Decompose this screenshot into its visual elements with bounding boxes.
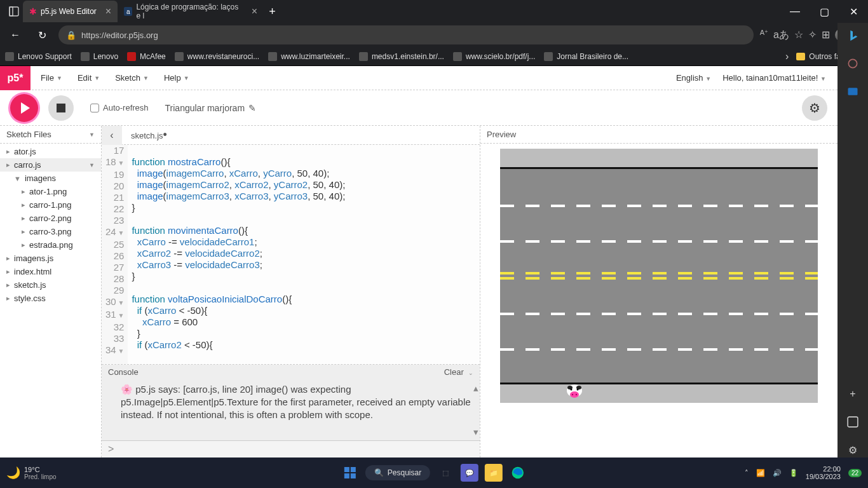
stop-icon [57,104,65,112]
file-ator[interactable]: ▸ator.js [0,145,101,158]
open-file-tab[interactable]: sketch.js• [122,128,176,142]
tab-title: p5.js Web Editor [41,7,97,16]
sidebar-panel-icon[interactable] [845,414,860,430]
microsoft-365-icon[interactable] [845,56,860,71]
svg-rect-16 [351,473,356,478]
bookmark-revista[interactable]: www.revistaneuroci... [175,52,259,61]
menu-sketch[interactable]: Sketch ▼ [115,73,149,83]
console-label: Console [108,367,139,377]
explorer-icon[interactable]: 📁 [485,464,503,482]
notification-badge[interactable]: 22 [848,469,862,477]
svg-point-2 [848,59,857,67]
taskbar-search[interactable]: 🔍Pesquisar [365,465,430,480]
start-button[interactable] [341,464,359,482]
tab-overview-icon[interactable] [5,3,23,20]
sidebar-menu-icon[interactable]: ▼ [89,132,95,138]
settings-button[interactable]: ⚙ [802,95,827,121]
stop-button[interactable] [48,95,74,121]
svg-point-10 [576,394,577,395]
edit-name-icon[interactable]: ✎ [248,103,256,113]
bing-icon[interactable] [845,28,860,43]
battery-icon[interactable]: 🔋 [789,469,798,477]
preview-label: Preview [480,126,837,144]
translate-icon[interactable]: aあ [773,29,789,42]
favorites-icon[interactable]: ✧ [808,29,817,42]
add-sidebar-icon[interactable]: + [845,386,860,402]
console-input[interactable]: > [102,440,480,458]
close-tab-icon[interactable]: × [105,6,111,17]
auto-refresh-toggle[interactable]: Auto-refresh [90,103,149,112]
browser-tab-p5[interactable]: ✱ p5.js Web Editor × [23,1,118,22]
temperature: 19°C [24,466,57,473]
bookmark-lenovo[interactable]: Lenovo [81,52,118,61]
minimize-button[interactable]: — [780,0,810,23]
language-select[interactable]: English ▼ [676,73,711,83]
outlook-icon[interactable] [845,84,860,99]
p5-favicon-icon: ✱ [29,6,37,17]
wifi-icon[interactable]: 📶 [756,469,765,477]
chat-app-icon[interactable]: 💬 [461,464,478,482]
file-carro2-png[interactable]: ▸carro-2.png [0,212,101,225]
browser-tab-alura[interactable]: a Lógica de programação: laços e l × [118,1,264,22]
bookmark-lenovo-support[interactable]: Lenovo Support [5,52,72,61]
file-estrada-png[interactable]: ▸estrada.png [0,238,101,252]
svg-rect-4 [848,417,858,427]
svg-point-11 [571,389,573,391]
menu-edit[interactable]: Edit ▼ [78,73,100,83]
sidebar-settings-icon[interactable]: ⚙ [845,442,860,458]
collapse-sidebar-button[interactable]: ‹ [102,126,122,145]
folder-imagens[interactable]: ▼imagens [0,172,101,185]
weather-icon: 🌙 [6,466,20,480]
volume-icon[interactable]: 🔊 [773,469,782,477]
new-tab-button[interactable]: + [269,5,276,18]
bookmark-einstein[interactable]: medsv1.einstein.br/... [359,52,444,61]
tab-title: Lógica de programação: laços e l [136,3,242,20]
console-collapse-icon[interactable]: ⌄ [468,370,473,376]
collections-icon[interactable]: ⊞ [822,29,830,42]
lock-icon: 🔒 [66,30,76,40]
scroll-up-icon[interactable]: ▴ [473,382,478,394]
file-carro[interactable]: ▸carro.js▼ [0,158,101,172]
user-greeting[interactable]: Hello, tainan10mat11leite! ▼ [722,73,826,83]
file-ator-png[interactable]: ▸ator-1.png [0,185,101,198]
bookmark-jornal[interactable]: Jornal Brasileiro de... [544,52,628,61]
bookmark-scielo[interactable]: www.scielo.br/pdf/j... [453,52,535,61]
file-sketch[interactable]: ▸sketch.js [0,278,101,292]
edge-icon[interactable] [509,464,527,482]
menu-help[interactable]: Help ▼ [164,73,189,83]
code-editor[interactable]: 17 18 ▼19 20 21 22 23 24 ▼25 26 27 28 29… [102,145,480,364]
tray-chevron-icon[interactable]: ˄ [745,469,749,477]
task-view-button[interactable]: ⬚ [437,464,454,482]
file-imagens-js[interactable]: ▸imagens.js [0,252,101,265]
close-window-button[interactable]: ✕ [839,0,868,23]
bookmark-luzimar[interactable]: www.luzimarteixeir... [268,52,350,61]
clock[interactable]: 22:00 19/03/2023 [806,465,841,480]
maximize-button[interactable]: ▢ [810,0,839,23]
refresh-button[interactable]: ↻ [32,25,52,45]
bookmark-mcafee[interactable]: McAfee [127,52,166,61]
svg-rect-1 [10,7,13,16]
bookmark-overflow-icon[interactable]: › [785,51,789,62]
menu-file[interactable]: File ▼ [41,73,62,83]
back-button[interactable]: ← [5,25,25,45]
file-carro1-png[interactable]: ▸carro-1.png [0,198,101,212]
svg-rect-0 [10,7,18,16]
file-index[interactable]: ▸index.html [0,265,101,278]
play-button[interactable] [10,94,38,122]
p5-logo[interactable]: p5* [0,66,31,90]
unsaved-indicator-icon: • [163,128,167,141]
svg-point-12 [577,389,579,391]
scroll-down-icon[interactable]: ▾ [473,426,478,438]
file-style[interactable]: ▸style.css [0,292,101,305]
file-carro3-png[interactable]: ▸carro-3.png [0,225,101,238]
star-icon[interactable]: ☆ [794,29,803,42]
game-canvas [500,149,818,403]
read-aloud-icon[interactable]: A⁺ [760,29,768,42]
file-menu-icon[interactable]: ▼ [89,162,95,168]
clear-button[interactable]: Clear [444,367,464,377]
weather-widget[interactable]: 🌙 19°C Pred. limpo [0,466,57,480]
svg-point-8 [570,391,579,398]
sketch-name[interactable]: Triangular marjoram ✎ [165,103,257,113]
address-bar[interactable]: 🔒 https://editor.p5js.org [58,25,754,44]
close-tab-icon[interactable]: × [252,6,257,17]
